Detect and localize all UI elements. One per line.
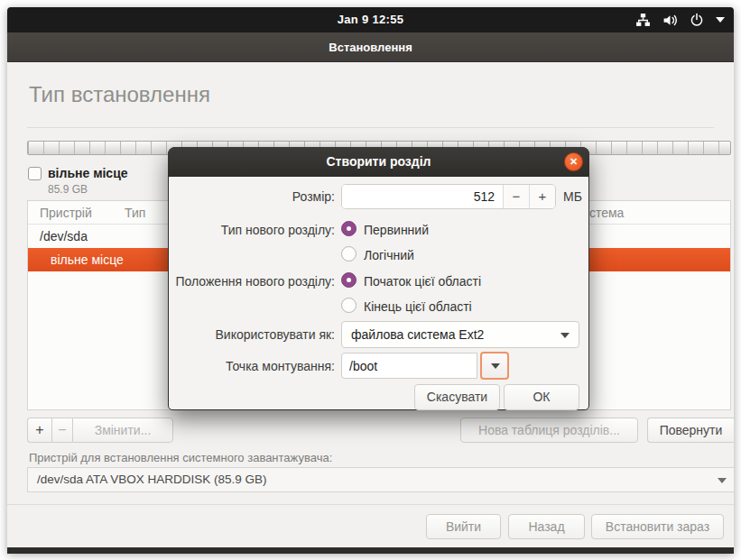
create-partition-dialog: Створити розділ ✕ Розмір: − + МБ Тип нов… bbox=[168, 147, 589, 410]
header-type[interactable]: Тип bbox=[125, 201, 145, 225]
plus-button[interactable]: + bbox=[529, 185, 555, 208]
size-spinner: − + bbox=[341, 184, 556, 209]
power-icon bbox=[690, 13, 704, 27]
use-as-select[interactable]: файлова система Ext2 bbox=[341, 321, 579, 348]
radio-end[interactable] bbox=[341, 298, 357, 313]
desktop-screen: Jan 9 12:55 Встановлення Тип встановленн… bbox=[7, 7, 734, 553]
revert-button[interactable]: Повернути bbox=[647, 418, 734, 443]
dialog-title: Створити розділ bbox=[168, 147, 589, 177]
free-space-size: 85.9 GB bbox=[48, 183, 88, 196]
back-button[interactable]: Назад bbox=[508, 514, 585, 539]
close-icon[interactable]: ✕ bbox=[564, 152, 583, 171]
ok-button[interactable]: ОК bbox=[504, 384, 579, 410]
volume-icon bbox=[662, 13, 678, 28]
radio-end-label[interactable]: Кінець цієї області bbox=[364, 299, 472, 314]
chevron-down-icon bbox=[491, 363, 500, 369]
change-partition-button[interactable]: Змінити... bbox=[72, 418, 173, 443]
window-title: Встановлення bbox=[7, 32, 734, 62]
system-tray[interactable] bbox=[635, 7, 725, 32]
location-label: Положення нового розділу: bbox=[174, 274, 335, 289]
add-partition-button[interactable]: + bbox=[27, 418, 51, 443]
free-space-checkbox[interactable] bbox=[28, 167, 42, 180]
window-bottom-edge bbox=[7, 547, 734, 554]
clock[interactable]: Jan 9 12:55 bbox=[7, 7, 734, 32]
bootloader-value: /dev/sda ATA VBOX HARDDISK (85.9 GB) bbox=[37, 468, 267, 491]
dialog-title-bar[interactable]: Створити розділ ✕ bbox=[168, 147, 589, 177]
window-title-bar[interactable]: Встановлення bbox=[7, 32, 734, 62]
radio-logical[interactable] bbox=[341, 246, 357, 262]
radio-primary-label[interactable]: Первинний bbox=[364, 223, 429, 237]
use-as-value: файлова система Ext2 bbox=[351, 322, 484, 347]
remove-partition-button[interactable]: − bbox=[51, 418, 72, 443]
mount-point-input[interactable] bbox=[341, 353, 477, 379]
radio-primary[interactable] bbox=[341, 221, 357, 236]
size-unit: МБ bbox=[563, 189, 582, 204]
free-space-label: вільне місце bbox=[48, 166, 128, 180]
radio-beginning[interactable] bbox=[341, 272, 357, 288]
install-now-button[interactable]: Встановити зараз bbox=[591, 514, 724, 539]
radio-beginning-label[interactable]: Початок цієї області bbox=[364, 274, 481, 289]
use-as-label: Використовувати як: bbox=[174, 327, 335, 342]
page-title: Тип встановлення bbox=[29, 82, 210, 107]
header-device[interactable]: Пристрій bbox=[40, 201, 92, 225]
mount-point-label: Точка монтування: bbox=[174, 359, 335, 373]
mount-point-dropdown-button[interactable] bbox=[480, 352, 509, 380]
size-label: Розмір: bbox=[174, 189, 335, 204]
quit-button[interactable]: Вийти bbox=[426, 514, 501, 539]
system-top-bar: Jan 9 12:55 bbox=[7, 7, 734, 32]
minus-button[interactable]: − bbox=[503, 185, 529, 208]
chevron-down-icon bbox=[560, 333, 570, 338]
divider bbox=[7, 504, 734, 505]
network-icon bbox=[635, 13, 651, 28]
divider bbox=[27, 127, 714, 128]
bootloader-select[interactable]: /dev/sda ATA VBOX HARDDISK (85.9 GB) bbox=[27, 467, 734, 492]
bootloader-label: Пристрій для встановлення системного зав… bbox=[29, 451, 332, 464]
radio-logical-label[interactable]: Логічний bbox=[364, 248, 414, 262]
chevron-down-icon bbox=[718, 478, 727, 483]
chevron-down-icon bbox=[716, 17, 725, 23]
size-input[interactable] bbox=[342, 185, 503, 208]
type-label: Тип нового розділу: bbox=[174, 223, 335, 237]
new-partition-table-button[interactable]: Нова таблиця розділів... bbox=[460, 418, 638, 443]
cancel-button[interactable]: Скасувати bbox=[414, 384, 500, 410]
